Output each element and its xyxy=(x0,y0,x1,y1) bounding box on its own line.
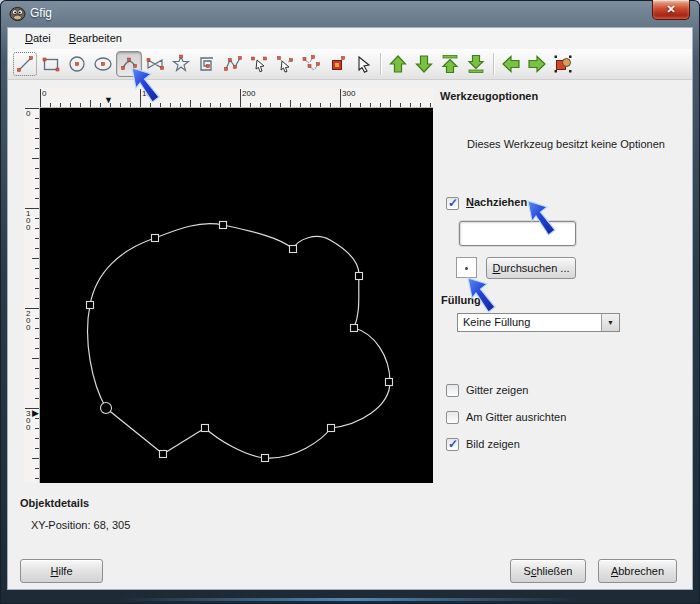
tool-options-heading: Werkzeugoptionen xyxy=(440,90,538,102)
tool-ellipse-button[interactable] xyxy=(90,51,116,77)
start-control-point[interactable] xyxy=(101,403,112,414)
horizontal-ruler[interactable]: 0100200300▼ xyxy=(40,88,433,108)
next-object-button[interactable] xyxy=(524,51,550,77)
arrow-up-icon xyxy=(387,53,409,75)
control-point[interactable] xyxy=(87,302,94,309)
tool-copy-object-button[interactable] xyxy=(298,51,324,77)
toolbar-separator xyxy=(493,53,494,75)
tool-bezier-button[interactable] xyxy=(220,51,246,77)
snap-grid-label[interactable]: Am Gitter ausrichten xyxy=(466,411,566,423)
ruler-corner xyxy=(24,88,40,108)
tool-spiral-button[interactable] xyxy=(194,51,220,77)
bezier-icon xyxy=(222,53,244,75)
raise-object-button[interactable] xyxy=(385,51,411,77)
copy-object-icon xyxy=(300,53,322,75)
move-point-icon xyxy=(274,53,296,75)
arrow-to-bottom-icon xyxy=(465,53,487,75)
cancel-button[interactable]: Abbrechen xyxy=(598,559,677,583)
control-point[interactable] xyxy=(202,425,209,432)
tool-polygon-button[interactable] xyxy=(142,51,168,77)
no-options-text: Dieses Werkzeug besitzt keine Optionen xyxy=(467,138,665,150)
polygon-icon xyxy=(144,53,166,75)
xy-position-value: 68, 305 xyxy=(94,519,131,531)
delete-object-icon xyxy=(326,53,348,75)
browse-button[interactable]: Durchsuchen ... xyxy=(486,257,576,279)
toolbar-separator xyxy=(380,53,381,75)
move-object-icon xyxy=(248,53,270,75)
lower-object-button[interactable] xyxy=(411,51,437,77)
window-title: Gfig xyxy=(30,6,52,20)
gfig-window: Gfig ✕ Datei Bearbeiten xyxy=(0,0,700,604)
tool-arc-button[interactable] xyxy=(116,51,142,77)
control-point[interactable] xyxy=(356,273,363,280)
control-point[interactable] xyxy=(262,455,269,462)
select-object-icon xyxy=(352,53,374,75)
ellipse-icon xyxy=(92,53,114,75)
dialog-content: Datei Bearbeiten xyxy=(8,28,692,589)
control-point[interactable] xyxy=(220,222,227,229)
help-button[interactable]: Hilfe xyxy=(20,559,103,583)
chevron-down-icon[interactable]: ▼ xyxy=(601,314,619,331)
show-grid-checkbox[interactable] xyxy=(446,384,459,397)
show-image-checkbox[interactable] xyxy=(446,438,459,451)
bezier-shape xyxy=(40,108,433,483)
lower-to-bottom-button[interactable] xyxy=(463,51,489,77)
show-image-label[interactable]: Bild zeigen xyxy=(466,438,520,450)
arrow-left-icon xyxy=(500,53,522,75)
arrow-to-top-icon xyxy=(439,53,461,75)
snap-grid-checkbox[interactable] xyxy=(446,411,459,424)
tool-move-object-button[interactable] xyxy=(246,51,272,77)
control-point[interactable] xyxy=(386,379,393,386)
gimp-wilber-icon xyxy=(9,5,26,22)
menubar: Datei Bearbeiten xyxy=(8,28,692,49)
show-image-icon xyxy=(552,53,574,75)
xy-position: XY-Position: 68, 305 xyxy=(31,519,130,531)
tool-line-button[interactable] xyxy=(12,51,38,77)
control-point[interactable] xyxy=(290,246,297,253)
arrow-down-icon xyxy=(413,53,435,75)
tool-star-button[interactable] xyxy=(168,51,194,77)
drawing-canvas[interactable] xyxy=(40,108,433,483)
xy-position-label: XY-Position: xyxy=(31,519,91,531)
vertical-ruler[interactable]: 0100200300▶ xyxy=(24,108,40,483)
brush-preview-button[interactable] xyxy=(456,257,477,278)
control-point[interactable] xyxy=(351,325,358,332)
tool-select-object-button[interactable] xyxy=(350,51,376,77)
menu-datei[interactable]: Datei xyxy=(16,28,60,49)
show-all-objects-button[interactable] xyxy=(550,51,576,77)
menu-bearbeiten[interactable]: Bearbeiten xyxy=(60,28,131,49)
previous-object-button[interactable] xyxy=(498,51,524,77)
arrow-right-icon xyxy=(526,53,548,75)
arc-icon xyxy=(118,53,140,75)
object-details-heading: Objektdetails xyxy=(20,497,89,509)
tool-delete-object-button[interactable] xyxy=(324,51,350,77)
stroke-checkbox[interactable] xyxy=(446,197,459,210)
control-point[interactable] xyxy=(160,451,167,458)
raise-to-top-button[interactable] xyxy=(437,51,463,77)
line-icon xyxy=(14,53,36,75)
fill-heading: Füllung xyxy=(441,294,481,306)
tool-rectangle-button[interactable] xyxy=(38,51,64,77)
tool-move-point-button[interactable] xyxy=(272,51,298,77)
rectangle-icon xyxy=(40,53,62,75)
circle-icon xyxy=(66,53,88,75)
stroke-entry[interactable] xyxy=(459,221,576,246)
close-dialog-button[interactable]: Schließen xyxy=(510,559,586,583)
fill-type-dropdown[interactable]: Keine Füllung ▼ xyxy=(457,313,620,332)
toolbar xyxy=(8,49,692,80)
control-point[interactable] xyxy=(328,425,335,432)
star-icon xyxy=(170,53,192,75)
spiral-icon xyxy=(196,53,218,75)
tool-circle-button[interactable] xyxy=(64,51,90,77)
fill-type-value: Keine Füllung xyxy=(458,314,601,331)
titlebar[interactable]: Gfig ✕ xyxy=(0,0,700,28)
close-button[interactable]: ✕ xyxy=(652,0,690,20)
stroke-checkbox-label[interactable]: Nachziehen xyxy=(466,196,527,208)
control-point[interactable] xyxy=(152,235,159,242)
show-grid-label[interactable]: Gitter zeigen xyxy=(466,384,528,396)
